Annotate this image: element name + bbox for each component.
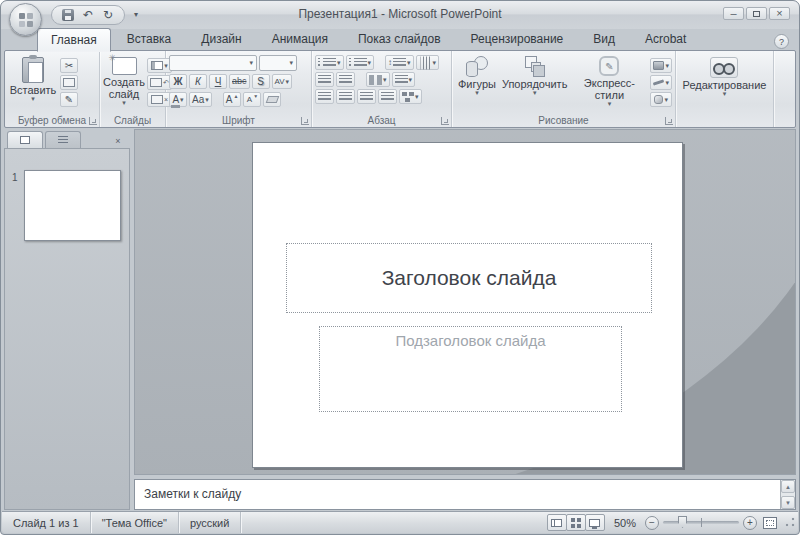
line-spacing-button[interactable]: ↕▾ <box>385 55 414 70</box>
align-left-button[interactable] <box>315 89 334 104</box>
numbering-button[interactable]: ▾ <box>346 55 375 70</box>
font-dialog-launcher[interactable] <box>301 117 309 125</box>
notes-input[interactable]: Заметки к слайду <box>135 480 780 509</box>
align-center-button[interactable] <box>336 89 355 104</box>
format-painter-button[interactable]: ✎ <box>60 92 78 107</box>
line-spacing-dropdown-icon: ▾ <box>407 61 411 65</box>
tab-animation[interactable]: Анимация <box>258 27 342 51</box>
scroll-up-icon[interactable]: ▲ <box>781 480 795 493</box>
group-paragraph: ▾ ▾ ↕▾ ▾ ▾ ▾ ▾ Абзац <box>312 51 452 127</box>
zoom-out-button[interactable]: − <box>645 516 659 530</box>
language-indicator[interactable]: русский <box>179 512 241 533</box>
cut-button[interactable]: ✂ <box>60 58 78 73</box>
font-color-button[interactable]: А▾ <box>169 92 187 107</box>
slide-sorter-button[interactable] <box>566 514 586 531</box>
resize-grip[interactable] <box>783 516 796 529</box>
columns-dropdown-icon: ▾ <box>383 78 387 82</box>
align-right-button[interactable] <box>357 89 376 104</box>
ribbon: Вставить ▾ ✂ ✎ Буфер обмена ✳ Создать сл… <box>4 50 796 128</box>
close-pane-button[interactable]: × <box>111 134 125 148</box>
slides-tab[interactable] <box>7 131 43 148</box>
group-drawing: Фигуры ▾ Упорядочить ▾ ✎ Экспресс-стили … <box>452 51 676 127</box>
increase-indent-button[interactable] <box>336 72 355 87</box>
find-button[interactable] <box>710 57 738 78</box>
tab-review[interactable]: Рецензирование <box>457 27 578 51</box>
text-direction-button[interactable]: ▾ <box>416 55 440 70</box>
slide-counter[interactable]: Слайд 1 из 1 <box>2 512 91 533</box>
increase-font-button[interactable]: А▲ <box>223 92 242 107</box>
decrease-font-button[interactable]: А▼ <box>243 92 261 107</box>
minimize-button[interactable]: – <box>723 7 744 20</box>
shape-fill-button[interactable]: ▾ <box>650 58 672 73</box>
slide-thumbnail[interactable] <box>24 170 121 241</box>
save-button[interactable] <box>60 7 76 23</box>
change-case-dropdown-icon: ▾ <box>205 98 209 102</box>
convert-smartart-button[interactable]: ▾ <box>399 89 422 104</box>
office-logo-icon <box>19 13 33 27</box>
quick-styles-button[interactable]: ✎ Экспресс-стили ▾ <box>570 55 648 108</box>
tab-design[interactable]: Дизайн <box>187 27 255 51</box>
shape-outline-button[interactable]: ▾ <box>650 75 672 90</box>
close-button[interactable]: × <box>769 7 790 20</box>
scroll-down-icon[interactable]: ▼ <box>781 496 795 509</box>
title-placeholder[interactable]: Заголовок слайда <box>286 243 652 313</box>
font-color-dropdown-icon: ▾ <box>180 98 184 102</box>
new-slide-button[interactable]: ✳ Создать слайд ▾ <box>103 55 145 107</box>
zoom-slider-thumb[interactable] <box>678 516 687 528</box>
zoom-level[interactable]: 50% <box>614 517 636 529</box>
zoom-in-button[interactable]: + <box>743 516 757 530</box>
group-clipboard: Вставить ▾ ✂ ✎ Буфер обмена <box>5 51 100 127</box>
align-text-button[interactable]: ▾ <box>392 72 416 87</box>
shape-effects-dropdown-icon: ▾ <box>664 98 668 102</box>
theme-indicator[interactable]: "Тема Office" <box>91 512 179 533</box>
redo-button[interactable]: ↻ <box>100 7 116 23</box>
decrease-indent-button[interactable] <box>315 72 334 87</box>
columns-icon <box>369 75 382 85</box>
office-button[interactable] <box>9 3 42 36</box>
italic-button[interactable]: К <box>189 74 207 89</box>
underline-button[interactable]: Ч <box>209 74 227 89</box>
shapes-button[interactable]: Фигуры ▾ <box>455 55 499 97</box>
qat-customize-button[interactable]: ▾ <box>134 10 138 19</box>
slide-canvas[interactable]: Заголовок слайда Подзаголовок слайда <box>252 142 683 468</box>
tab-view[interactable]: Вид <box>579 27 629 51</box>
tab-acrobat[interactable]: Acrobat <box>631 27 700 51</box>
outline-tab[interactable] <box>45 131 81 148</box>
slide-workspace: Заголовок слайда Подзаголовок слайда <box>134 129 796 475</box>
tab-slideshow[interactable]: Показ слайдов <box>344 27 455 51</box>
undo-button[interactable]: ↶ <box>80 7 96 23</box>
columns-button[interactable]: ▾ <box>366 72 390 87</box>
paste-button[interactable]: Вставить ▾ <box>8 55 58 103</box>
shape-effects-button[interactable]: ▾ <box>650 92 672 107</box>
paragraph-dialog-launcher[interactable] <box>441 117 449 125</box>
maximize-button[interactable] <box>746 7 767 20</box>
text-shadow-button[interactable]: S <box>252 74 270 89</box>
spacing-dropdown-icon: ▾ <box>286 80 290 84</box>
font-size-combo[interactable]: ▾ <box>259 55 297 71</box>
subtitle-placeholder[interactable]: Подзаголовок слайда <box>319 326 622 412</box>
help-button[interactable]: ? <box>774 34 789 49</box>
fit-to-window-button[interactable] <box>763 517 777 529</box>
notes-scrollbar[interactable]: ▲ ▼ <box>780 480 795 509</box>
clipboard-dialog-launcher[interactable] <box>89 117 97 125</box>
slides-pane: × 1 <box>4 129 130 510</box>
justify-button[interactable] <box>378 89 397 104</box>
bold-button[interactable]: Ж <box>169 74 187 89</box>
normal-view-button[interactable] <box>547 514 567 531</box>
decrease-arrow-icon: ▼ <box>253 94 258 99</box>
drawing-dialog-launcher[interactable] <box>665 117 673 125</box>
tab-home[interactable]: Главная <box>37 28 111 52</box>
copy-button[interactable] <box>60 75 78 90</box>
slideshow-button[interactable] <box>585 514 605 531</box>
clear-formatting-button[interactable] <box>263 92 281 107</box>
zoom-slider[interactable] <box>663 521 739 524</box>
bullets-button[interactable]: ▾ <box>315 55 344 70</box>
arrange-button[interactable]: Упорядочить ▾ <box>499 55 570 97</box>
strikethrough-button[interactable]: abc <box>229 74 250 89</box>
quick-styles-icon: ✎ <box>599 56 619 76</box>
editing-button[interactable]: Редактирование ▾ <box>680 55 770 98</box>
tab-insert[interactable]: Вставка <box>113 27 186 51</box>
change-case-button[interactable]: Аа▾ <box>189 92 212 107</box>
font-name-combo[interactable]: ▾ <box>169 55 257 71</box>
character-spacing-button[interactable]: AV▾ <box>272 74 293 89</box>
